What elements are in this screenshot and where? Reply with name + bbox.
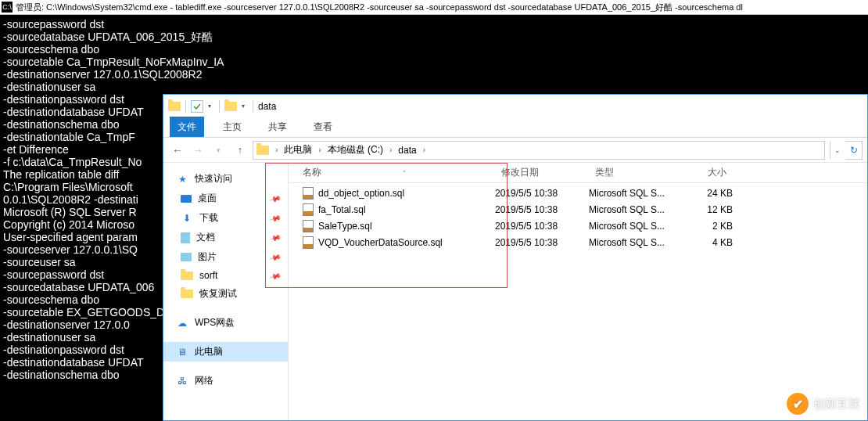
sql-file-icon — [303, 220, 314, 232]
sidebar-downloads[interactable]: ⬇下载📌 — [163, 208, 288, 228]
ribbon-tabs: 文件 主页 共享 查看 — [163, 117, 867, 138]
tab-view[interactable]: 查看 — [306, 117, 340, 137]
sidebar-sorft[interactable]: sorft📌 — [163, 267, 288, 284]
file-date: 2019/5/5 10:38 — [495, 237, 589, 248]
sidebar-item-label: 桌面 — [198, 192, 217, 205]
cmd-icon: C:\ — [2, 2, 13, 13]
tab-share[interactable]: 共享 — [260, 117, 295, 137]
quickaccess-tool-icon[interactable] — [191, 100, 203, 113]
sidebar-documents[interactable]: 文档📌 — [163, 228, 288, 247]
watermark-logo-icon: ✔ — [787, 393, 809, 415]
titlebar-dropdown-icon[interactable]: ▾ — [208, 103, 214, 110]
column-date[interactable]: 修改日期 — [495, 166, 589, 179]
explorer-window: ▾ ▾ data 文件 主页 共享 查看 ← → ▾ ↑ › 此电脑 › 本地磁… — [163, 94, 868, 421]
column-name[interactable]: 名称˄ — [289, 166, 495, 179]
file-type: Microsoft SQL S... — [589, 237, 678, 248]
cmd-title-text: 管理员: C:\Windows\System32\cmd.exe - table… — [16, 2, 743, 13]
crumb-sep[interactable]: › — [274, 146, 279, 154]
col-label: 名称 — [303, 167, 321, 178]
file-row[interactable]: SaleType.sql2019/5/5 10:38Microsoft SQL … — [289, 218, 867, 234]
cloud-icon: ☁ — [176, 317, 188, 329]
pin-icon: 📌 — [269, 193, 282, 205]
pictures-icon — [181, 253, 192, 261]
sidebar-wps[interactable]: ☁WPS网盘 — [163, 313, 288, 333]
sidebar-item-label: 此电脑 — [195, 345, 223, 358]
file-name: VQD_VoucherDataSource.sql — [318, 237, 443, 248]
file-date: 2019/5/5 10:38 — [495, 204, 589, 215]
crumb-sep[interactable]: › — [421, 146, 427, 154]
nav-row: ← → ▾ ↑ › 此电脑 › 本地磁盘 (C:) › data › ⌄ ↻ — [163, 138, 867, 163]
titlebar-divider-2 — [219, 100, 220, 113]
nav-up-button[interactable]: ↑ — [232, 142, 248, 158]
file-type: Microsoft SQL S... — [589, 204, 678, 215]
documents-icon — [181, 232, 190, 243]
crumb-folder[interactable]: data — [395, 143, 419, 157]
file-size: 12 KB — [678, 204, 733, 215]
file-row[interactable]: fa_Total.sql2019/5/5 10:38Microsoft SQL … — [289, 201, 867, 218]
star-icon: ★ — [176, 173, 188, 185]
sidebar-item-label: 文档 — [196, 231, 215, 244]
column-type[interactable]: 类型 — [589, 166, 678, 179]
sidebar-item-label: 网络 — [195, 374, 213, 387]
sidebar-item-label: sorft — [199, 270, 217, 281]
network-icon: 🖧 — [176, 375, 188, 387]
file-size: 24 KB — [678, 188, 733, 199]
sidebar-pictures[interactable]: 图片📌 — [163, 247, 288, 267]
sidebar-item-label: 快速访问 — [195, 172, 232, 185]
file-size: 4 KB — [678, 237, 733, 248]
file-row[interactable]: dd_object_option.sql2019/5/5 10:38Micros… — [289, 185, 867, 201]
nav-forward-button[interactable]: → — [188, 141, 207, 160]
titlebar-divider-3 — [253, 100, 253, 113]
addr-folder-icon — [256, 146, 269, 155]
sidebar: ★快速访问 桌面📌 ⬇下载📌 文档📌 图片📌 sorft📌 恢复测试 ☁WPS网… — [163, 163, 289, 420]
explorer-titlebar: ▾ ▾ data — [163, 95, 867, 117]
download-icon: ⬇ — [181, 212, 193, 225]
crumb-this-pc[interactable]: 此电脑 — [281, 142, 315, 158]
tab-home[interactable]: 主页 — [215, 117, 249, 137]
file-type: Microsoft SQL S... — [589, 188, 678, 199]
sidebar-desktop[interactable]: 桌面📌 — [163, 189, 288, 208]
cmd-titlebar: C:\ 管理员: C:\Windows\System32\cmd.exe - t… — [0, 0, 868, 15]
explorer-body: ★快速访问 桌面📌 ⬇下载📌 文档📌 图片📌 sorft📌 恢复测试 ☁WPS网… — [163, 163, 867, 420]
sql-file-icon — [303, 187, 314, 200]
desktop-icon — [181, 195, 192, 203]
tab-file[interactable]: 文件 — [170, 117, 204, 137]
pin-icon: 📌 — [269, 232, 282, 244]
file-date: 2019/5/5 10:38 — [495, 188, 589, 199]
file-date: 2019/5/5 10:38 — [495, 221, 589, 232]
file-size: 2 KB — [678, 221, 733, 232]
file-pane: 名称˄ 修改日期 类型 大小 dd_object_option.sql2019/… — [289, 163, 867, 420]
folder-icon — [181, 272, 193, 280]
sidebar-network[interactable]: 🖧网络 — [163, 371, 288, 390]
column-headers: 名称˄ 修改日期 类型 大小 — [289, 163, 867, 183]
file-name: SaleType.sql — [318, 221, 372, 232]
folder-icon — [181, 290, 193, 298]
crumb-sep[interactable]: › — [317, 146, 322, 154]
folder-icon-2 — [224, 102, 237, 111]
nav-history-dropdown[interactable]: ▾ — [209, 141, 228, 160]
sql-file-icon — [303, 203, 314, 216]
crumb-sep[interactable]: › — [388, 146, 393, 154]
sidebar-quick-access[interactable]: ★快速访问 — [163, 169, 288, 189]
refresh-button[interactable]: ↻ — [845, 141, 863, 160]
sidebar-item-label: 恢复测试 — [199, 287, 237, 300]
sidebar-item-label: 下载 — [199, 211, 218, 225]
pc-icon: 🖥 — [176, 346, 188, 358]
pin-icon: 📌 — [269, 251, 282, 264]
sidebar-item-label: WPS网盘 — [195, 316, 235, 329]
file-type: Microsoft SQL S... — [589, 221, 678, 232]
column-size[interactable]: 大小 — [678, 166, 733, 179]
sql-file-icon — [303, 236, 314, 249]
titlebar-divider — [185, 100, 186, 113]
sidebar-this-pc[interactable]: 🖥此电脑 — [163, 342, 288, 362]
titlebar-dropdown-icon-2[interactable]: ▾ — [242, 103, 248, 110]
crumb-drive[interactable]: 本地磁盘 (C:) — [325, 142, 386, 158]
sort-arrow-icon: ˄ — [403, 170, 406, 177]
address-dropdown[interactable]: ⌄ — [830, 142, 844, 159]
file-row[interactable]: VQD_VoucherDataSource.sql2019/5/5 10:38M… — [289, 234, 867, 250]
address-bar[interactable]: › 此电脑 › 本地磁盘 (C:) › data › — [253, 141, 825, 160]
sidebar-recovery-test[interactable]: 恢复测试 — [163, 284, 288, 304]
folder-icon — [168, 102, 181, 111]
pin-icon: 📌 — [269, 212, 282, 225]
nav-back-button[interactable]: ← — [168, 141, 187, 160]
